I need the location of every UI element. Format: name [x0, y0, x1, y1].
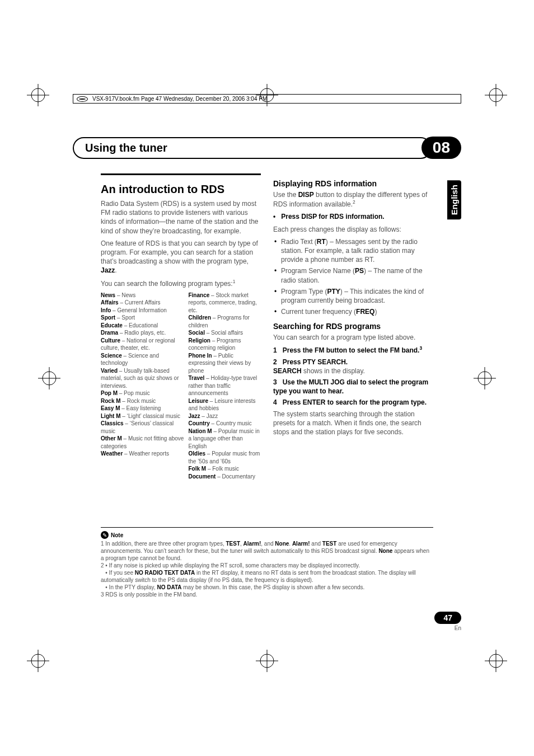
crop-mark-icon — [38, 367, 60, 389]
program-type-item: Varied – Usually talk-based material, su… — [101, 367, 184, 390]
display-rds-heading: Displaying RDS information — [273, 179, 433, 188]
program-type-item: Light M – ‘Light’ classical music — [101, 412, 184, 420]
page-number: 47 En — [434, 612, 461, 631]
rds-p3: You can search the following program typ… — [101, 279, 261, 288]
crop-mark-icon — [27, 650, 49, 672]
rds-intro-heading: An introduction to RDS — [101, 183, 261, 196]
program-type-item: Culture – National or regional culture, … — [101, 337, 184, 352]
program-type-item: Easy M – Easy listening — [101, 405, 184, 412]
right-column: Displaying RDS information Use the DISP … — [273, 173, 433, 480]
program-type-item: Science – Science and technology — [101, 352, 184, 367]
program-type-item: Folk M – Folk music — [188, 465, 261, 473]
footnote-3: 3 RDS is only possible in the FM band. — [101, 591, 433, 598]
rds-p2: One feature of RDS is that you can searc… — [101, 239, 261, 275]
crop-mark-icon — [485, 84, 507, 106]
program-type-item: Leisure – Leisure interests and hobbies — [188, 397, 261, 412]
crop-mark-icon — [474, 367, 496, 389]
step-4-desc: The system starts searching through the … — [273, 410, 433, 437]
program-type-item: Phone In – Public expressing their views… — [188, 352, 261, 375]
note-icon: ✎ — [101, 531, 109, 539]
program-type-item: Nation M – Popular music in a language o… — [188, 428, 261, 450]
program-type-item: Weather – Weather reports — [101, 450, 184, 458]
display-rds-desc: Use the DISP button to display the diffe… — [273, 190, 433, 209]
crop-mark-icon — [485, 650, 507, 672]
program-type-item: Rock M – Rock music — [101, 397, 184, 405]
search-rds-heading: Searching for RDS programs — [273, 322, 433, 331]
rds-bullet-list: Radio Text (RT) – Messages sent by the r… — [273, 237, 433, 317]
spiral-icon — [77, 96, 88, 102]
crop-mark-icon — [256, 650, 278, 672]
program-type-item: Info – General Information — [101, 307, 184, 314]
header-stamp-text: VSX-917V.book.fm Page 47 Wednesday, Dece… — [92, 96, 267, 102]
step-4: 4 Press ENTER to search for the program … — [273, 398, 433, 407]
program-type-item: Sport – Sport — [101, 314, 184, 322]
press-disp-sub: Each press changes the display as follow… — [273, 225, 433, 234]
program-type-item: Classics – ‘Serious’ classical music — [101, 420, 184, 435]
program-type-item: Travel – Holiday-type travel rather than… — [188, 374, 261, 397]
page-number-value: 47 — [434, 612, 461, 624]
program-type-item: Affairs – Current Affairs — [101, 299, 184, 307]
footnote-1: 1 In addition, there are three other pro… — [101, 540, 433, 562]
rds-bullet-item: Radio Text (RT) – Messages sent by the r… — [281, 237, 433, 265]
program-type-item: Religion – Programs concerning religion — [188, 337, 261, 352]
rds-bullet-item: Program Type (PTY) – This indicates the … — [281, 287, 433, 305]
note-label: Note — [111, 532, 123, 539]
program-type-item: Educate – Educational — [101, 322, 184, 330]
language-tab: English — [447, 180, 461, 219]
step-1: 1 Press the FM button to select the FM b… — [273, 345, 433, 355]
program-type-item: News – News — [101, 292, 184, 299]
footnote-2a: 2 • If any noise is picked up while disp… — [101, 562, 433, 569]
crop-mark-icon — [27, 84, 49, 106]
footnotes: ✎ Note 1 In addition, there are three ot… — [101, 527, 433, 598]
page-number-lang: En — [434, 625, 461, 631]
program-type-item: Jazz – Jazz — [188, 412, 261, 420]
press-disp-line: • Press DISP for RDS information. — [273, 212, 433, 221]
footnote-2b: • If you see NO RADIO TEXT DATA in the R… — [101, 569, 433, 584]
program-type-item: Other M – Music not fitting above catego… — [101, 435, 184, 450]
chapter-header: Using the tuner 08 — [73, 137, 461, 159]
program-type-item: Finance – Stock market reports, commerce… — [188, 292, 261, 314]
program-type-item: Document – Documentary — [188, 473, 261, 481]
page-header-stamp: VSX-917V.book.fm Page 47 Wednesday, Dece… — [73, 94, 461, 104]
footnote-2c: • In the PTY display, NO DATA may be sho… — [101, 584, 433, 591]
search-rds-desc: You can search for a program type listed… — [273, 333, 433, 342]
rds-bullet-item: Current tuner frequency (FREQ) — [281, 307, 433, 316]
program-type-item: Children – Programs for children — [188, 314, 261, 329]
chapter-title: Using the tuner — [73, 137, 432, 159]
chapter-number: 08 — [421, 137, 461, 159]
step-3: 3 Use the MULTI JOG dial to select the p… — [273, 378, 433, 396]
program-type-item: Pop M – Pop music — [101, 389, 184, 397]
left-column: An introduction to RDS Radio Data System… — [101, 173, 261, 480]
program-type-item: Country – Country music — [188, 420, 261, 428]
program-type-item: Drama – Radio plays, etc. — [101, 329, 184, 337]
step-2: 2 Press PTY SEARCH. SEARCH shows in the … — [273, 358, 433, 375]
program-type-item: Oldies – Popular music from the ’50s and… — [188, 450, 261, 465]
program-types-list: News – NewsAffairs – Current AffairsInfo… — [101, 292, 261, 481]
rds-p1: Radio Data System (RDS) is a system used… — [101, 199, 261, 236]
program-type-item: Social – Social affairs — [188, 329, 261, 337]
rds-bullet-item: Program Service Name (PS) – The name of … — [281, 266, 433, 284]
